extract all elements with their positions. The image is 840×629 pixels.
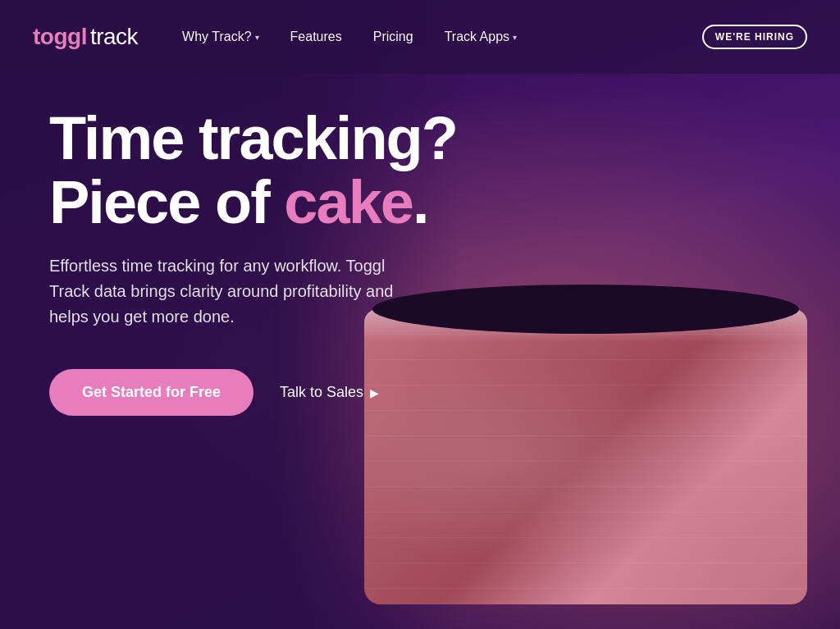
nav-track-apps[interactable]: Track Apps ▾ (433, 23, 528, 51)
hero-cta: Get Started for Free Talk to Sales ▶ (49, 369, 457, 416)
headline-line2: Piece of cake. (49, 168, 428, 236)
track-apps-chevron-icon: ▾ (513, 33, 517, 42)
talk-to-sales-arrow-icon: ▶ (370, 386, 379, 399)
headline-cake-word: cake (284, 168, 413, 236)
nav-why-track[interactable]: Why Track? ▾ (171, 23, 270, 51)
hero-subtext: Effortless time tracking for any workflo… (49, 253, 427, 330)
logo[interactable]: toggl track (33, 24, 138, 50)
logo-toggl: toggl (33, 24, 87, 50)
logo-track: track (90, 24, 138, 50)
navbar: toggl track Why Track? ▾ Features Pricin… (0, 0, 840, 74)
nav-links: Why Track? ▾ Features Pricing Track Apps… (171, 23, 807, 51)
talk-to-sales-button[interactable]: Talk to Sales ▶ (280, 384, 379, 401)
nav-features[interactable]: Features (279, 23, 354, 51)
hero-headline: Time tracking? Piece of cake. (49, 107, 457, 234)
headline-line1: Time tracking? (49, 104, 457, 172)
nav-pricing[interactable]: Pricing (362, 23, 425, 51)
why-track-chevron-icon: ▾ (255, 33, 259, 42)
page-wrapper: toggl track Why Track? ▾ Features Pricin… (0, 0, 840, 629)
hiring-badge[interactable]: WE'RE HIRING (702, 25, 807, 49)
hero-content: Time tracking? Piece of cake. Effortless… (49, 107, 457, 416)
get-started-button[interactable]: Get Started for Free (49, 369, 253, 416)
